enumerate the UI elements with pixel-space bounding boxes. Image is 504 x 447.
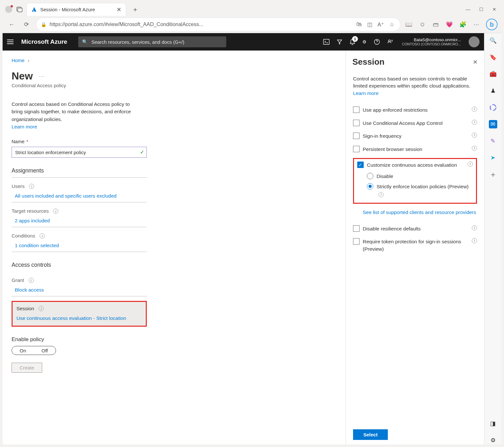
close-tab-icon[interactable]: ✕	[117, 6, 121, 13]
breadcrumb-home[interactable]: Home	[12, 58, 24, 63]
more-actions-icon[interactable]: ···	[39, 74, 45, 79]
info-icon[interactable]: i	[472, 225, 477, 230]
radio-disable[interactable]	[367, 173, 373, 179]
address-bar[interactable]: 🔒 https://portal.azure.com/#view/Microso…	[36, 18, 400, 31]
learn-more-link[interactable]: Learn more	[12, 124, 37, 129]
close-window-button[interactable]: ✕	[492, 7, 496, 12]
collections-icon[interactable]: 🗃	[432, 21, 440, 28]
radio-disable-label: Disable	[377, 173, 393, 180]
checkbox-app-enforced[interactable]	[353, 107, 359, 113]
extensions-icon[interactable]: 🧩	[459, 21, 467, 28]
brand: Microsoft Azure	[21, 38, 67, 45]
search-input[interactable]	[91, 39, 222, 45]
sidebar-search-icon[interactable]: 🔍	[489, 36, 497, 45]
filter-icon[interactable]	[337, 39, 342, 45]
checkbox-token-protection[interactable]	[353, 238, 359, 245]
global-search[interactable]: 🔍	[78, 36, 226, 47]
notification-badge: 1	[352, 36, 358, 42]
svg-rect-1	[18, 8, 22, 12]
sidebar-tools-icon[interactable]: 🧰	[489, 70, 497, 78]
policy-name-input[interactable]	[12, 147, 147, 158]
checkbox-disable-resilience[interactable]	[353, 225, 359, 232]
target-value[interactable]: 2 apps included	[12, 218, 147, 224]
info-icon[interactable]: i	[29, 184, 34, 189]
window-controls: — ☐ ✕	[466, 7, 496, 12]
sidebar-collapse-icon[interactable]: ◨	[489, 419, 497, 428]
name-label: Name*	[12, 139, 337, 144]
account-tenant: CONTOSO (CONTOSO.ONMICRO...	[402, 42, 461, 46]
checkbox-ca-app-control[interactable]	[353, 120, 359, 126]
radio-disable-row[interactable]: Disable	[367, 173, 473, 180]
info-icon[interactable]: i	[472, 146, 477, 151]
info-icon[interactable]: i	[378, 192, 384, 197]
book-icon[interactable]: 📖	[405, 21, 413, 28]
info-icon[interactable]: i	[472, 107, 477, 112]
browser-tab-active[interactable]: Session - Microsoft Azure ✕	[26, 3, 126, 16]
shopping-icon[interactable]: 🛍	[355, 21, 363, 28]
toggle-on[interactable]: On	[12, 346, 34, 355]
profile-indicator[interactable]	[5, 6, 12, 13]
sidebar-outlook-icon[interactable]: ✉	[489, 120, 497, 128]
info-icon[interactable]: i	[39, 306, 44, 311]
session-row[interactable]: Sessioni Use continuous access evaluatio…	[12, 301, 147, 327]
grant-value[interactable]: Block access	[12, 287, 147, 293]
sidebar-settings-icon[interactable]: ⚙	[489, 436, 497, 444]
info-icon[interactable]: i	[472, 238, 477, 243]
checkbox-signin-freq[interactable]	[353, 133, 359, 139]
sidebar-add-icon[interactable]: ＋	[489, 170, 497, 179]
read-aloud-icon[interactable]: A⁺	[377, 21, 385, 28]
refresh-button[interactable]: ⟳	[21, 19, 32, 30]
panel-learn-more-link[interactable]: Learn more	[353, 90, 378, 96]
sidebar-m365-icon[interactable]	[489, 103, 497, 112]
edge-sidebar: 🔍 🔖 🧰 ♟ ✉ ✎ ➤ ＋ ◨ ⚙	[484, 33, 501, 444]
info-icon[interactable]: i	[472, 133, 477, 138]
performance-icon[interactable]: 💗	[445, 21, 453, 28]
select-button[interactable]: Select	[353, 429, 388, 440]
supported-clients-link[interactable]: See list of supported clients and resour…	[363, 209, 477, 216]
cloud-shell-icon[interactable]	[323, 39, 330, 45]
tab-title: Session - Microsoft Azure	[40, 7, 113, 12]
favorite-icon[interactable]: ☆	[388, 21, 396, 28]
split-screen-icon[interactable]: ◫	[366, 21, 374, 28]
sidebar-shopping-icon[interactable]: 🔖	[489, 53, 497, 61]
info-icon[interactable]: i	[468, 162, 473, 167]
help-icon[interactable]	[374, 39, 380, 45]
close-panel-icon[interactable]: ✕	[473, 59, 478, 66]
toggle-off[interactable]: Off	[34, 346, 56, 355]
sidebar-games-icon[interactable]: ♟	[489, 87, 497, 95]
back-button[interactable]: ←	[6, 19, 17, 30]
new-tab-button[interactable]: ＋	[129, 5, 142, 14]
sidebar-drop-icon[interactable]: ✎	[489, 137, 497, 145]
minimize-button[interactable]: —	[466, 7, 470, 12]
session-value[interactable]: Use continuous access evaluation - Stric…	[16, 315, 142, 321]
avatar[interactable]	[469, 36, 480, 47]
conditions-value[interactable]: 1 condition selected	[12, 243, 147, 248]
settings-icon[interactable]: ⚙	[362, 39, 367, 44]
svg-rect-5	[323, 39, 329, 44]
account-user: BalaS@contoso.onmicr...	[402, 37, 461, 42]
create-button[interactable]: Create	[12, 363, 42, 373]
checkbox-persistent[interactable]	[353, 146, 359, 152]
notifications-icon[interactable]: 1	[350, 39, 355, 45]
favorites-star-icon[interactable]: ✩	[418, 21, 426, 28]
bing-icon[interactable]: b	[486, 19, 498, 30]
feedback-icon[interactable]	[387, 39, 394, 45]
enable-toggle[interactable]: On Off	[12, 346, 56, 355]
radio-strict-row[interactable]: Strictly enforce location policies (Prev…	[367, 183, 473, 198]
checkbox-cae[interactable]: ✓	[357, 162, 364, 168]
info-icon[interactable]: i	[53, 209, 58, 214]
users-value[interactable]: All users included and specific users ex…	[12, 193, 147, 199]
main-blade: Home › New ··· Conditional Access policy…	[3, 51, 346, 444]
maximize-button[interactable]: ☐	[479, 7, 483, 12]
search-icon: 🔍	[82, 39, 88, 44]
info-icon[interactable]: i	[29, 278, 34, 283]
menu-icon[interactable]	[7, 39, 14, 44]
label-ca-app-control: Use Conditional Access App Control	[363, 120, 467, 127]
info-icon[interactable]: i	[40, 233, 45, 238]
info-icon[interactable]: i	[472, 120, 477, 125]
account-block[interactable]: BalaS@contoso.onmicr... CONTOSO (CONTOSO…	[402, 37, 461, 47]
more-icon[interactable]: ⋯	[472, 21, 480, 28]
workspaces-icon[interactable]	[15, 5, 23, 13]
sidebar-send-icon[interactable]: ➤	[489, 154, 497, 162]
radio-strict[interactable]	[367, 183, 373, 190]
